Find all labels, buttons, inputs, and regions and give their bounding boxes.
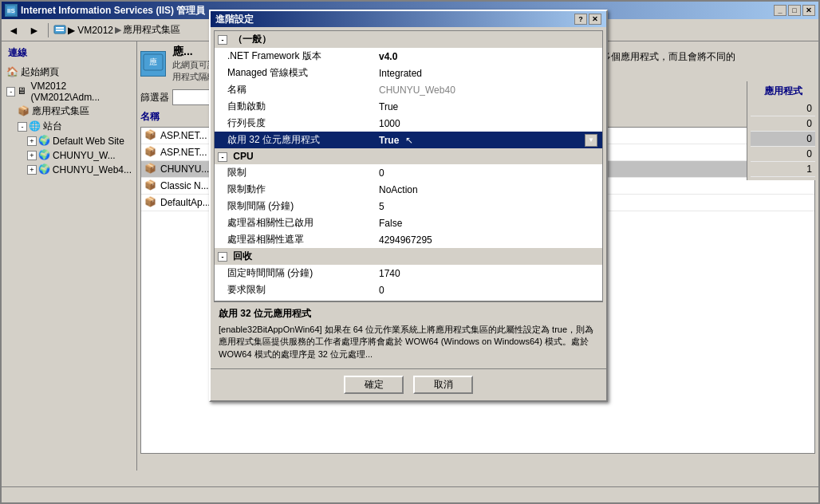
expand-cpu[interactable]: - [218, 152, 227, 162]
prop-name: 固定時間間隔 (分鐘) [215, 265, 374, 282]
prop-name: 要求限制 [215, 282, 374, 298]
prop-name: 啟用 32 位元應用程式 [215, 132, 374, 148]
prop-name: .NET Framework 版本 [215, 48, 374, 65]
properties-scroll-area[interactable]: - （一般） .NET Framework 版本 v4.0 Managed 管線… [214, 30, 603, 301]
prop-row-queuelength[interactable]: 行列長度 1000 [215, 115, 602, 132]
section-recycle-label: 回收 [233, 250, 252, 262]
prop-value: 4294967295 [374, 231, 602, 248]
prop-value: 0 [374, 164, 602, 181]
dialog-title-buttons: ? ✕ [574, 14, 601, 25]
description-box: 啟用 32 位元應用程式 [enable32BitAppOnWin64] 如果在… [214, 301, 603, 365]
dialog-buttons: 確定 取消 [211, 368, 606, 400]
prop-name: 限制間隔 (分鐘) [215, 198, 374, 215]
prop-name: 名稱 [215, 81, 374, 98]
prop-value: False [374, 215, 602, 231]
prop-row-limitaction[interactable]: 限制動作 NoAction [215, 181, 602, 198]
prop-row-32bit[interactable]: 啟用 32 位元應用程式 True ↖ ▼ [215, 132, 602, 148]
expand-recycle[interactable]: - [218, 252, 227, 262]
prop-value: CHUNYU_Web40 [374, 81, 602, 98]
section-cpu-label: CPU [233, 151, 253, 162]
main-window: IIS Internet Information Services (IIS) … [0, 0, 820, 504]
prop-name: 行列長度 [215, 115, 374, 132]
section-cpu[interactable]: - CPU [215, 148, 602, 164]
prop-value: NoAction [374, 181, 602, 198]
dialog-content: - （一般） .NET Framework 版本 v4.0 Managed 管線… [211, 27, 606, 368]
prop-value: 5 [374, 198, 602, 215]
desc-text: [enable32BitAppOnWin64] 如果在 64 位元作業系統上將應… [219, 324, 598, 360]
prop-value: 1740 [374, 265, 602, 282]
expand-general[interactable]: - [218, 35, 227, 45]
prop-name: 處理器相關性已啟用 [215, 215, 374, 231]
prop-name: 限制 [215, 164, 374, 181]
properties-table: - （一般） .NET Framework 版本 v4.0 Managed 管線… [215, 31, 602, 301]
prop-name: Managed 管線模式 [215, 65, 374, 81]
prop-row-fixedinterval[interactable]: 固定時間間隔 (分鐘) 1740 [215, 265, 602, 282]
section-recycle[interactable]: - 回收 [215, 248, 602, 265]
dialog-advanced-settings: 進階設定 ? ✕ - （一般） [209, 10, 608, 402]
dialog-overlay: 進階設定 ? ✕ - （一般） [2, 2, 818, 502]
prop-name: 限制動作 [215, 181, 374, 198]
dropdown-cell: True ↖ ▼ [379, 134, 597, 147]
prop-row-name[interactable]: 名稱 CHUNYU_Web40 [215, 81, 602, 98]
dialog-title-bar: 進階設定 ? ✕ [211, 11, 606, 27]
section-general[interactable]: - （一般） [215, 31, 602, 48]
dropdown-button[interactable]: ▼ [585, 134, 597, 147]
prop-row-autostart[interactable]: 自動啟動 True [215, 98, 602, 115]
prop-row-pipeline[interactable]: Managed 管線模式 Integrated [215, 65, 602, 81]
prop-value: 1000 [374, 115, 602, 132]
prop-value: True ↖ ▼ [374, 132, 602, 148]
prop-row-limitinterval[interactable]: 限制間隔 (分鐘) 5 [215, 198, 602, 215]
prop-row-requestlimit[interactable]: 要求限制 0 [215, 282, 602, 298]
prop-name: 處理器相關性遮罩 [215, 231, 374, 248]
cursor-indicator: ↖ [405, 135, 413, 146]
prop-row-limit[interactable]: 限制 0 [215, 164, 602, 181]
prop-row-affinitymask[interactable]: 處理器相關性遮罩 4294967295 [215, 231, 602, 248]
prop-value: 0 [374, 282, 602, 298]
prop-value: True [374, 98, 602, 115]
desc-title: 啟用 32 位元應用程式 [219, 307, 598, 321]
prop-value: Integrated [374, 65, 602, 81]
dialog-title-text: 進階設定 [215, 13, 254, 26]
cancel-button[interactable]: 取消 [413, 376, 473, 394]
prop-value: v4.0 [374, 48, 602, 65]
ok-button[interactable]: 確定 [344, 376, 404, 394]
prop-row-netframework[interactable]: .NET Framework 版本 v4.0 [215, 48, 602, 65]
dialog-close-button[interactable]: ✕ [589, 14, 601, 25]
dialog-help-button[interactable]: ? [574, 14, 587, 25]
prop-row-affinity[interactable]: 處理器相關性已啟用 False [215, 215, 602, 231]
prop-name: 自動啟動 [215, 98, 374, 115]
section-general-label: （一般） [233, 33, 271, 45]
